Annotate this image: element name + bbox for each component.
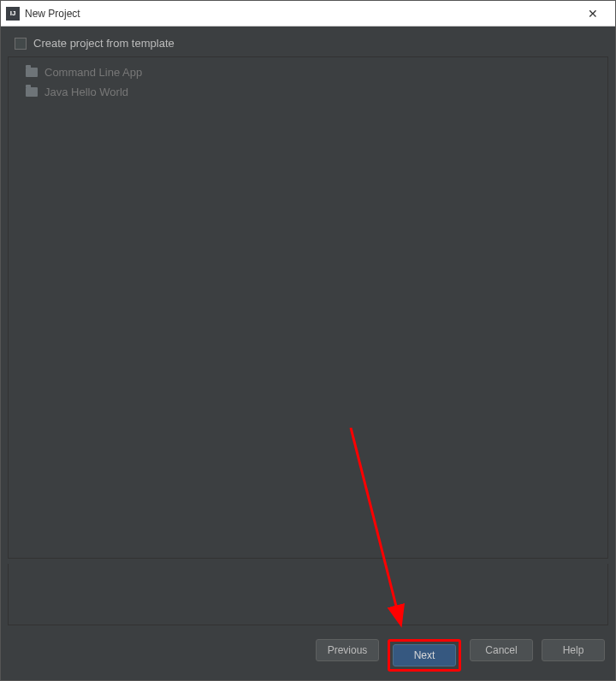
help-button[interactable]: Help xyxy=(542,639,605,661)
previous-button[interactable]: Previous xyxy=(316,639,379,661)
folder-icon xyxy=(26,68,38,77)
create-from-template-label: Create project from template xyxy=(33,37,175,50)
template-item-java-hello-world[interactable]: Java Hello World xyxy=(9,82,607,102)
app-icon: IJ xyxy=(6,7,20,21)
create-from-template-checkbox[interactable] xyxy=(15,38,27,50)
template-list: Command Line App Java Hello World xyxy=(8,56,608,559)
titlebar-title: New Project xyxy=(25,8,576,20)
cancel-button[interactable]: Cancel xyxy=(470,639,533,661)
template-item-label: Command Line App xyxy=(44,66,142,79)
next-button[interactable]: Next xyxy=(393,644,456,666)
next-button-highlight: Next xyxy=(388,639,461,672)
dialog-window: IJ New Project ✕ Create project from tem… xyxy=(0,0,616,681)
titlebar: IJ New Project ✕ xyxy=(1,1,615,27)
create-from-template-row[interactable]: Create project from template xyxy=(8,33,608,56)
template-item-label: Java Hello World xyxy=(44,86,128,98)
template-description-area xyxy=(8,564,608,625)
close-icon[interactable]: ✕ xyxy=(576,2,610,26)
template-item-command-line-app[interactable]: Command Line App xyxy=(9,62,607,82)
button-row: Previous Next Cancel Help xyxy=(1,632,615,680)
dialog-content: Create project from template Command Lin… xyxy=(1,27,615,632)
folder-icon xyxy=(26,87,38,97)
